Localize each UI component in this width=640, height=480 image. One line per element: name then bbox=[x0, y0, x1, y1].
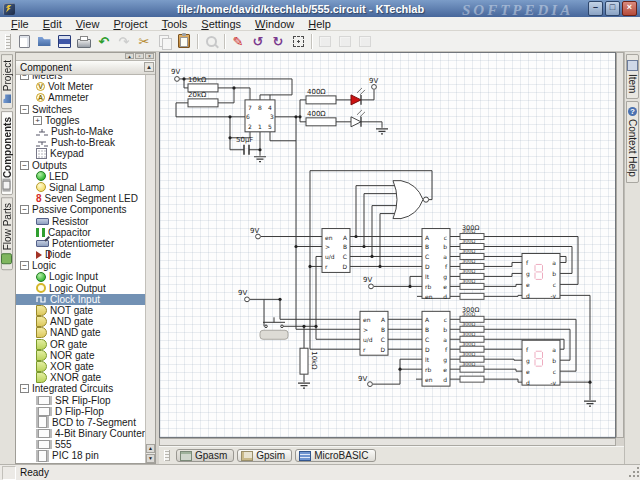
svg-text:e: e bbox=[443, 366, 447, 373]
tree-item-switches[interactable]: −Switches bbox=[16, 104, 146, 115]
tree-item-and-gate[interactable]: AND gate bbox=[16, 316, 146, 327]
collapse-icon[interactable]: − bbox=[20, 105, 29, 114]
dock-stick-icon[interactable]: ▴ bbox=[125, 53, 134, 59]
tree-item-nand-gate[interactable]: NAND gate bbox=[16, 327, 146, 338]
nor-gate[interactable] bbox=[393, 181, 429, 219]
cut-button[interactable]: ✂ bbox=[135, 32, 154, 50]
collapse-icon[interactable]: − bbox=[20, 161, 29, 170]
dock-close-icon[interactable]: × bbox=[145, 53, 154, 59]
dock-float-icon[interactable]: ▫ bbox=[135, 53, 144, 59]
rotate-ccw-button[interactable]: ↺ bbox=[249, 32, 268, 50]
canvas-vertical-scrollbar[interactable] bbox=[616, 52, 624, 438]
zoom-select-button[interactable] bbox=[202, 32, 221, 50]
right-tab-item[interactable]: Item bbox=[626, 54, 639, 99]
tree-item-push-to-break[interactable]: Push-to-Break bbox=[16, 137, 146, 148]
redo-button[interactable]: ↷ bbox=[115, 32, 134, 50]
tree-item-sr-flip-flop[interactable]: SR Flip-Flop bbox=[16, 394, 146, 405]
collapse-icon[interactable]: − bbox=[20, 261, 29, 270]
tree-item-keypad[interactable]: Keypad bbox=[16, 148, 146, 159]
tree-item-led[interactable]: LED bbox=[16, 171, 146, 182]
circuit-canvas[interactable]: 9V 10kΩ 20kΩ 50µF 400Ω 400Ω 9V 9V 9V 9V … bbox=[159, 52, 616, 438]
right-tab-context-help[interactable]: ?Context Help bbox=[626, 101, 639, 183]
tree-item-resistor[interactable]: Resistor bbox=[16, 215, 146, 226]
paste-button[interactable] bbox=[175, 32, 194, 50]
tool-tab-gpasm[interactable]: Gpasm bbox=[176, 449, 234, 462]
tree-item-passive-components[interactable]: −Passive Components bbox=[16, 204, 146, 215]
led-2[interactable] bbox=[351, 110, 365, 127]
led-red[interactable] bbox=[351, 88, 365, 105]
maximize-button[interactable]: □ bbox=[605, 1, 620, 16]
copy-button[interactable] bbox=[155, 32, 174, 50]
undo-button[interactable]: ↶ bbox=[95, 32, 114, 50]
menu-view[interactable]: View bbox=[69, 18, 107, 30]
scroll-up-icon[interactable]: ▲ bbox=[144, 62, 154, 72]
resistor-stack-2[interactable]: 300Ω300Ω300Ω300Ω300Ω300Ω300Ω bbox=[460, 306, 484, 382]
sidebar-tab-flow-parts[interactable]: Flow Parts bbox=[1, 197, 13, 270]
menu-project[interactable]: Project bbox=[106, 18, 154, 30]
resistor-stack-1[interactable]: 300Ω300Ω300Ω300Ω300Ω300Ω300Ω bbox=[460, 224, 484, 300]
scroll-up-icon[interactable]: ▲ bbox=[146, 444, 155, 453]
tree-item-label: OR gate bbox=[50, 339, 87, 350]
sidebar-tab-project[interactable]: Project bbox=[1, 54, 13, 109]
tool-tab-gpsim[interactable]: Gpsim bbox=[237, 449, 292, 462]
snap-grid-button[interactable] bbox=[289, 32, 308, 50]
tree-item-toggles[interactable]: +Toggles bbox=[16, 115, 146, 126]
tree-item-volt-meter[interactable]: VVolt Meter bbox=[16, 81, 146, 92]
expand-icon[interactable]: + bbox=[33, 116, 42, 125]
tree-scrollbar[interactable]: ▲ ▼ bbox=[145, 75, 155, 463]
tree-item-push-to-make[interactable]: Push-to-Make bbox=[16, 126, 146, 137]
tool-tab-microbasic[interactable]: MicroBASIC bbox=[295, 449, 375, 462]
tree-item-diode[interactable]: Diode bbox=[16, 249, 146, 260]
open-file-button[interactable] bbox=[35, 32, 54, 50]
tree-item-logic-output[interactable]: Logic Output bbox=[16, 283, 146, 294]
menu-tools[interactable]: Tools bbox=[155, 18, 195, 30]
print-button[interactable] bbox=[75, 32, 94, 50]
resize-grip[interactable] bbox=[627, 467, 639, 479]
menu-settings[interactable]: Settings bbox=[194, 18, 248, 30]
group-items-button[interactable] bbox=[316, 32, 335, 50]
tree-item-signal-lamp[interactable]: Signal Lamp bbox=[16, 182, 146, 193]
menu-file[interactable]: File bbox=[4, 18, 36, 30]
collapse-icon[interactable]: − bbox=[20, 384, 29, 393]
minimize-button[interactable]: – bbox=[588, 1, 603, 16]
red-pen-icon: ✎ bbox=[233, 35, 244, 48]
rotate-cw-button[interactable]: ↻ bbox=[269, 32, 288, 50]
tree-item-logic-input[interactable]: Logic Input bbox=[16, 271, 146, 282]
tree-item-integrated-circuits[interactable]: −Integrated Circuits bbox=[16, 383, 146, 394]
menu-edit[interactable]: Edit bbox=[36, 18, 69, 30]
ungroup-items-button[interactable] bbox=[336, 32, 355, 50]
tree-item-ammeter[interactable]: AAmmeter bbox=[16, 92, 146, 103]
scroll-down-icon[interactable]: ▼ bbox=[146, 454, 155, 463]
tree-item-logic[interactable]: −Logic bbox=[16, 260, 146, 271]
item-editor-button[interactable]: ✎ bbox=[229, 32, 248, 50]
sidebar-tab-components[interactable]: Components bbox=[1, 111, 13, 195]
close-button[interactable]: × bbox=[622, 1, 637, 16]
tree-item-capacitor[interactable]: Capacitor bbox=[16, 227, 146, 238]
tree-item-pic-18-pin[interactable]: PIC 18 pin bbox=[16, 450, 146, 461]
tree-item-555[interactable]: 555 bbox=[16, 439, 146, 450]
tree-item-seven-segment-led[interactable]: 8Seven Segment LED bbox=[16, 193, 146, 204]
tree-item-bcd-to-7-segment[interactable]: BCD to 7-Segment bbox=[16, 417, 146, 428]
tree-item-not-gate[interactable]: NOT gate bbox=[16, 305, 146, 316]
tree-item-outputs[interactable]: −Outputs bbox=[16, 160, 146, 171]
tree-item-or-gate[interactable]: OR gate bbox=[16, 339, 146, 350]
new-file-button[interactable] bbox=[15, 32, 34, 50]
collapse-icon[interactable]: − bbox=[20, 205, 29, 214]
menu-help[interactable]: Help bbox=[301, 18, 338, 30]
tree-item-nor-gate[interactable]: NOR gate bbox=[16, 350, 146, 361]
tree-item-4-bit-binary-counter[interactable]: 4-Bit Binary Counter bbox=[16, 428, 146, 439]
ic-boxes[interactable] bbox=[245, 100, 560, 386]
tree-item-potentiometer[interactable]: Potentiometer bbox=[16, 238, 146, 249]
tree-item-xor-gate[interactable]: XOR gate bbox=[16, 361, 146, 372]
tree-item-xnor-gate[interactable]: XNOR gate bbox=[16, 372, 146, 383]
save-file-button[interactable] bbox=[55, 32, 74, 50]
toolbar-handle[interactable] bbox=[5, 34, 11, 49]
capacitor-50uf[interactable] bbox=[244, 145, 249, 155]
create-subcircuit-button[interactable] bbox=[356, 32, 375, 50]
canvas-horizontal-scrollbar[interactable] bbox=[159, 438, 616, 446]
tree-item-d-flip-flop[interactable]: D Flip-Flop bbox=[16, 406, 146, 417]
menu-window[interactable]: Window bbox=[248, 18, 301, 30]
bottom-tabbar-handle[interactable] bbox=[164, 450, 170, 461]
tree-item-clock-input[interactable]: Clock Input bbox=[16, 294, 146, 305]
collapse-icon[interactable]: − bbox=[20, 75, 29, 80]
